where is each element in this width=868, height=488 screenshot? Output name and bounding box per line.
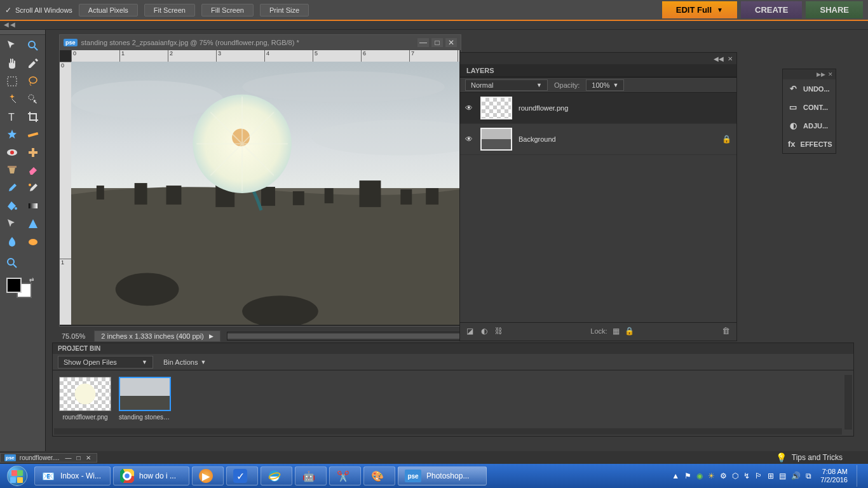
paint-bucket-tool-icon[interactable] bbox=[3, 198, 22, 214]
maximize-icon[interactable]: □ bbox=[75, 454, 83, 461]
layer-name[interactable]: roundflower.png bbox=[519, 104, 731, 112]
link-layers-icon[interactable]: ⛓ bbox=[495, 327, 503, 336]
tray-icon[interactable]: ☀ bbox=[708, 471, 715, 480]
straighten-tool-icon[interactable] bbox=[24, 126, 43, 143]
bin-horizontal-scrollbar[interactable] bbox=[54, 428, 842, 435]
bin-vertical-scrollbar[interactable] bbox=[844, 375, 852, 430]
swap-colors-icon[interactable]: ⇄ bbox=[29, 276, 34, 283]
hand-tool-icon[interactable] bbox=[3, 55, 22, 72]
zoom-tool-icon[interactable] bbox=[24, 37, 43, 54]
tray-icon[interactable]: ↯ bbox=[743, 471, 750, 480]
document-scrollbar[interactable] bbox=[227, 332, 461, 341]
layer-name[interactable]: Background bbox=[519, 135, 715, 143]
show-files-select[interactable]: Show Open Files ▼ bbox=[58, 356, 153, 369]
eyedropper-tool-icon[interactable] bbox=[24, 55, 43, 72]
taskbar-item-outlook[interactable]: 📧 Inbox - Wi... bbox=[34, 466, 111, 485]
print-size-button[interactable]: Print Size bbox=[260, 4, 309, 17]
content-panel-button[interactable]: ▭ CONT... bbox=[783, 98, 836, 116]
bin-thumbnail[interactable] bbox=[119, 377, 171, 411]
taskbar-item-ie[interactable] bbox=[261, 466, 292, 485]
panel-collapse-icon[interactable]: ◀◀ bbox=[714, 55, 724, 62]
minimize-icon[interactable]: — bbox=[417, 38, 429, 47]
taskbar-item-media-player[interactable]: ▶ bbox=[192, 466, 224, 485]
move-tool-icon[interactable] bbox=[3, 37, 22, 54]
tray-icon[interactable]: ⊞ bbox=[768, 471, 774, 480]
taskbar-item-app4[interactable]: ✓ bbox=[226, 466, 258, 485]
bin-item[interactable]: roundflower.png bbox=[59, 377, 111, 421]
blur-tool-icon[interactable] bbox=[3, 233, 22, 250]
magic-wand-tool-icon[interactable] bbox=[3, 91, 22, 107]
document-info[interactable]: 2 inches x 1.333 inches (400 ppi) ▶ bbox=[94, 330, 220, 342]
minimized-document-tab[interactable]: pse roundflower.... — □ ✕ bbox=[0, 453, 97, 463]
tray-icon[interactable]: ⚑ bbox=[684, 471, 691, 480]
color-swatches[interactable]: ⇄ bbox=[6, 278, 32, 298]
gradient-tool-icon[interactable] bbox=[24, 198, 43, 214]
delete-layer-icon[interactable]: 🗑 bbox=[722, 326, 730, 336]
blend-mode-select[interactable]: Normal ▼ bbox=[465, 79, 548, 91]
sponge-tool-icon[interactable] bbox=[24, 233, 43, 250]
type-tool-icon[interactable]: T bbox=[3, 109, 22, 125]
shape-selection-tool-icon[interactable] bbox=[3, 215, 22, 232]
tab-share[interactable]: SHARE bbox=[806, 1, 863, 18]
tray-icon[interactable]: ◉ bbox=[696, 471, 703, 480]
tray-icon[interactable]: ⚙ bbox=[720, 471, 727, 480]
tray-icon[interactable]: ▤ bbox=[779, 471, 786, 480]
clone-stamp-tool-icon[interactable] bbox=[3, 162, 22, 179]
lock-all-icon[interactable]: 🔒 bbox=[625, 327, 634, 336]
bin-actions-menu[interactable]: Bin Actions ▼ bbox=[163, 358, 206, 366]
eraser-tool-icon[interactable] bbox=[24, 162, 43, 179]
panel-close-icon[interactable]: ✕ bbox=[828, 71, 833, 78]
undo-history-button[interactable]: ↶ UNDO... bbox=[783, 79, 836, 98]
fit-screen-button[interactable]: Fit Screen bbox=[144, 4, 195, 17]
smart-brush-tool-icon[interactable] bbox=[24, 180, 43, 196]
tips-button[interactable]: 💡 Tips and Tricks bbox=[776, 452, 843, 463]
layer-thumbnail[interactable] bbox=[480, 97, 512, 119]
layer-thumbnail[interactable] bbox=[480, 128, 512, 151]
visibility-toggle-icon[interactable]: 👁 bbox=[465, 135, 474, 144]
custom-shape-tool-icon[interactable] bbox=[24, 215, 43, 232]
horizontal-ruler[interactable] bbox=[71, 50, 459, 62]
close-icon[interactable]: ✕ bbox=[445, 38, 457, 47]
brush-tool-icon[interactable] bbox=[3, 180, 22, 196]
visibility-toggle-icon[interactable]: 👁 bbox=[465, 104, 474, 112]
opacity-input[interactable]: 100% ▼ bbox=[586, 79, 624, 91]
adjustments-panel-button[interactable]: ◐ ADJU... bbox=[783, 116, 836, 135]
minimize-icon[interactable]: — bbox=[64, 454, 74, 461]
volume-icon[interactable]: 🔊 bbox=[791, 471, 801, 480]
layer-row[interactable]: 👁 Background 🔒 bbox=[460, 124, 736, 155]
crop-tool-icon[interactable] bbox=[24, 109, 43, 125]
document-titlebar[interactable]: pse standing stones 2_zpsaaianfgx.jpg @ … bbox=[60, 35, 461, 50]
palette-grip[interactable] bbox=[0, 30, 45, 35]
taskbar-item-chrome[interactable]: how do i ... bbox=[113, 466, 189, 485]
zoom-readout[interactable]: 75.05% bbox=[59, 332, 88, 340]
adjustment-layer-icon[interactable]: ◐ bbox=[481, 327, 487, 336]
document-canvas[interactable] bbox=[71, 62, 459, 325]
doc-tab-arrows[interactable]: ◀◀ bbox=[4, 21, 17, 28]
marquee-tool-icon[interactable] bbox=[3, 73, 22, 90]
cookie-cutter-tool-icon[interactable] bbox=[3, 126, 22, 143]
tab-create[interactable]: CREATE bbox=[741, 1, 802, 18]
zoom-tool-2-icon[interactable] bbox=[3, 255, 22, 271]
lasso-tool-icon[interactable] bbox=[24, 73, 43, 90]
close-icon[interactable]: ✕ bbox=[84, 454, 93, 461]
tray-icon[interactable]: ⬡ bbox=[732, 471, 738, 480]
bin-item[interactable]: standing stones_... bbox=[119, 377, 171, 421]
taskbar-item-app6[interactable]: 🤖 bbox=[295, 466, 327, 485]
tab-edit-full[interactable]: EDIT Full ▼ bbox=[662, 1, 737, 18]
taskbar-clock[interactable]: 7:08 AM 7/2/2016 bbox=[817, 468, 851, 484]
start-button[interactable] bbox=[3, 465, 32, 487]
bin-thumbnail[interactable] bbox=[59, 377, 111, 411]
layer-row[interactable]: 👁 roundflower.png bbox=[460, 93, 736, 124]
foreground-color-swatch[interactable] bbox=[6, 278, 22, 293]
scroll-all-windows-checkbox[interactable]: ✓ Scroll All Windows bbox=[5, 6, 72, 15]
healing-brush-tool-icon[interactable] bbox=[24, 144, 43, 161]
tray-icon[interactable]: 🏳 bbox=[755, 471, 763, 480]
actual-pixels-button[interactable]: Actual Pixels bbox=[79, 4, 138, 17]
taskbar-item-photoshop[interactable]: pse Photoshop... bbox=[398, 466, 487, 485]
vertical-ruler[interactable] bbox=[60, 62, 71, 325]
quick-selection-tool-icon[interactable] bbox=[24, 91, 43, 107]
taskbar-item-snip[interactable]: ✂️ bbox=[329, 466, 361, 485]
panel-collapse-icon[interactable]: ▶▶ bbox=[817, 71, 825, 78]
tray-icon[interactable]: ⧉ bbox=[806, 471, 811, 480]
show-desktop-button[interactable] bbox=[857, 465, 863, 487]
